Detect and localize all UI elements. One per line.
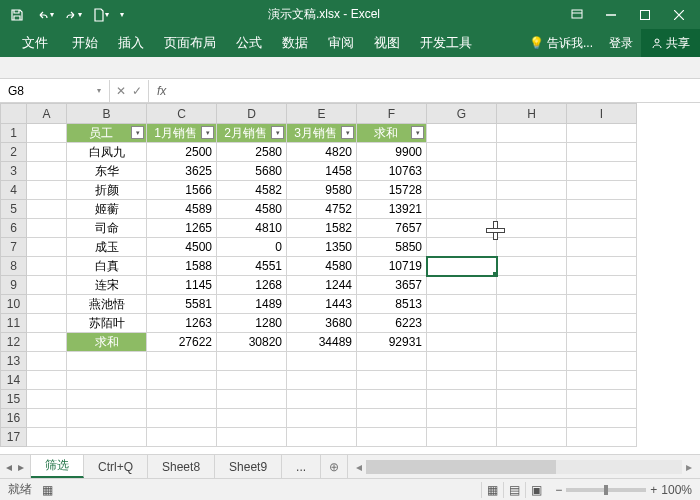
cell[interactable] [357, 409, 427, 428]
cell[interactable]: 4820 [287, 143, 357, 162]
cell[interactable]: 9580 [287, 181, 357, 200]
cell[interactable] [427, 352, 497, 371]
row-header-5[interactable]: 5 [1, 200, 27, 219]
cell-emp-9[interactable]: 连宋 [67, 276, 147, 295]
cell[interactable] [27, 428, 67, 447]
cell[interactable]: 4810 [217, 219, 287, 238]
filter-icon[interactable]: ▾ [341, 126, 354, 139]
cell[interactable]: 2580 [217, 143, 287, 162]
cell[interactable] [217, 352, 287, 371]
tell-me-button[interactable]: 💡告诉我... [521, 29, 601, 57]
tab-view[interactable]: 视图 [364, 29, 410, 57]
cell[interactable] [497, 371, 567, 390]
cell[interactable]: 1145 [147, 276, 217, 295]
tab-nav[interactable]: ◂▸ [0, 455, 31, 478]
cell[interactable] [567, 428, 637, 447]
cell[interactable] [427, 390, 497, 409]
save-button[interactable] [4, 3, 30, 27]
cell[interactable] [67, 352, 147, 371]
cell[interactable] [357, 352, 427, 371]
row-header-8[interactable]: 8 [1, 257, 27, 276]
cell-emp-5[interactable]: 姬蘅 [67, 200, 147, 219]
sheet-tab-more[interactable]: ... [282, 455, 321, 478]
macro-record-icon[interactable]: ▦ [42, 483, 53, 497]
cell[interactable]: 10719 [357, 257, 427, 276]
cell[interactable]: 1588 [147, 257, 217, 276]
zoom-slider[interactable] [566, 488, 646, 492]
tab-insert[interactable]: 插入 [108, 29, 154, 57]
cell[interactable]: 4580 [217, 200, 287, 219]
cell[interactable]: 9900 [357, 143, 427, 162]
cell-G4[interactable] [427, 181, 497, 200]
cell[interactable]: 1350 [287, 238, 357, 257]
cell[interactable]: 4582 [217, 181, 287, 200]
cell[interactable]: 1268 [217, 276, 287, 295]
zoom-control[interactable]: − + 100% [555, 483, 692, 497]
cell[interactable]: 1582 [287, 219, 357, 238]
cell[interactable]: 4752 [287, 200, 357, 219]
close-button[interactable] [662, 0, 696, 29]
cell-emp-11[interactable]: 苏陌叶 [67, 314, 147, 333]
cell[interactable] [567, 390, 637, 409]
cell[interactable] [147, 428, 217, 447]
sheet-tab-1[interactable]: 筛选 [31, 455, 84, 478]
row-header-16[interactable]: 16 [1, 409, 27, 428]
cell[interactable] [217, 371, 287, 390]
cell[interactable] [67, 428, 147, 447]
cell-emp-10[interactable]: 燕池悟 [67, 295, 147, 314]
undo-button[interactable]: ▾ [32, 3, 58, 27]
filter-icon[interactable]: ▾ [201, 126, 214, 139]
cell[interactable]: 1244 [287, 276, 357, 295]
cell-emp-3[interactable]: 东华 [67, 162, 147, 181]
cell[interactable]: 1263 [147, 314, 217, 333]
cell[interactable]: 34489 [287, 333, 357, 352]
cell[interactable] [497, 352, 567, 371]
cell[interactable]: 92931 [357, 333, 427, 352]
cell-emp-4[interactable]: 折颜 [67, 181, 147, 200]
new-doc-button[interactable]: ▾ [88, 3, 114, 27]
cell[interactable] [357, 390, 427, 409]
table-header-m2[interactable]: 2月销售▾ [217, 124, 287, 143]
cell[interactable]: 3625 [147, 162, 217, 181]
row-header-17[interactable]: 17 [1, 428, 27, 447]
cell[interactable]: 4580 [287, 257, 357, 276]
cell[interactable]: 1489 [217, 295, 287, 314]
cell[interactable] [287, 371, 357, 390]
cell[interactable] [427, 409, 497, 428]
cell[interactable] [217, 428, 287, 447]
zoom-out-button[interactable]: − [555, 483, 562, 497]
cell[interactable]: 3657 [357, 276, 427, 295]
col-header-G[interactable]: G [427, 104, 497, 124]
cell-G8[interactable] [427, 257, 497, 276]
row-header-15[interactable]: 15 [1, 390, 27, 409]
row-header-12[interactable]: 12 [1, 333, 27, 352]
cell[interactable]: 15728 [357, 181, 427, 200]
view-normal-button[interactable]: ▦ [481, 482, 503, 498]
cell[interactable] [497, 390, 567, 409]
cell-G6[interactable] [427, 219, 497, 238]
cell[interactable]: 1265 [147, 219, 217, 238]
col-header-H[interactable]: H [497, 104, 567, 124]
filter-icon[interactable]: ▾ [271, 126, 284, 139]
cell[interactable] [357, 371, 427, 390]
fx-label[interactable]: fx [148, 80, 174, 102]
zoom-in-button[interactable]: + [650, 483, 657, 497]
tab-file[interactable]: 文件 [8, 29, 62, 57]
cell-G11[interactable] [427, 314, 497, 333]
cell[interactable]: 1280 [217, 314, 287, 333]
cell-G7[interactable] [427, 238, 497, 257]
cell[interactable]: 8513 [357, 295, 427, 314]
cell[interactable]: 1458 [287, 162, 357, 181]
add-sheet-button[interactable]: ⊕ [321, 455, 348, 478]
cell[interactable]: 3680 [287, 314, 357, 333]
total-label[interactable]: 求和 [67, 333, 147, 352]
view-pagebreak-button[interactable]: ▣ [525, 482, 547, 498]
share-button[interactable]: 共享 [641, 29, 700, 57]
cell[interactable]: 5850 [357, 238, 427, 257]
cell[interactable]: 7657 [357, 219, 427, 238]
minimize-button[interactable] [594, 0, 628, 29]
cell[interactable] [567, 352, 637, 371]
cell-emp-2[interactable]: 白凤九 [67, 143, 147, 162]
redo-button[interactable]: ▾ [60, 3, 86, 27]
cell[interactable] [287, 409, 357, 428]
